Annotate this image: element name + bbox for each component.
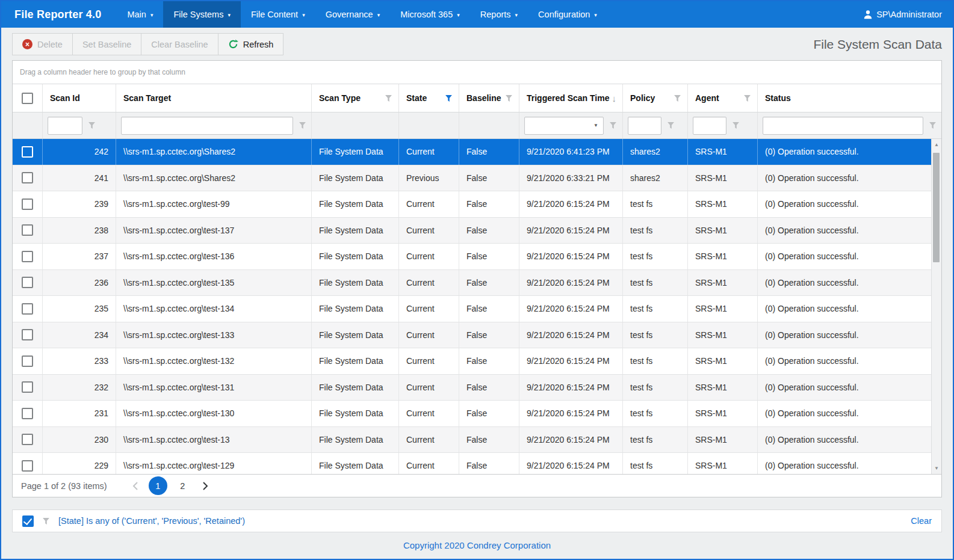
- row-checkbox[interactable]: [22, 460, 33, 472]
- filter-icon[interactable]: [609, 122, 617, 129]
- menu-item-reports[interactable]: Reports▾: [470, 1, 528, 28]
- scrollbar-track[interactable]: [932, 150, 941, 463]
- menu-item-file-systems[interactable]: File Systems▾: [163, 1, 241, 28]
- column-header-scan-target[interactable]: Scan Target: [116, 84, 312, 112]
- cell-state: Current: [399, 348, 459, 374]
- table-row[interactable]: 235 \\srs-m1.sp.cctec.org\test-134 File …: [13, 296, 941, 322]
- scan-data-grid: Drag a column header here to group by th…: [12, 60, 942, 497]
- row-checkbox[interactable]: [22, 408, 33, 419]
- menu-item-file-content[interactable]: File Content▾: [241, 1, 315, 28]
- clear-filter-link[interactable]: Clear: [911, 516, 932, 526]
- column-header-policy[interactable]: Policy: [623, 84, 688, 112]
- row-checkbox[interactable]: [22, 172, 33, 183]
- pager-summary: Page 1 of 2 (93 items): [21, 481, 107, 491]
- cell-scan-id: 239: [43, 191, 116, 217]
- table-row[interactable]: 236 \\srs-m1.sp.cctec.org\test-135 File …: [13, 270, 941, 297]
- cell-status: (0) Operation successful.: [758, 270, 941, 296]
- filter-icon[interactable]: [732, 122, 740, 129]
- pager-page-1[interactable]: 1: [149, 476, 167, 495]
- row-checkbox[interactable]: [22, 277, 33, 288]
- row-checkbox[interactable]: [22, 381, 33, 393]
- menu-item-configuration[interactable]: Configuration▾: [528, 1, 607, 28]
- pager-page-2[interactable]: 2: [173, 476, 192, 495]
- filter-icon[interactable]: [667, 122, 675, 129]
- cell-agent: SRS-M1: [688, 191, 758, 217]
- row-checkbox[interactable]: [22, 224, 33, 236]
- table-row[interactable]: 237 \\srs-m1.sp.cctec.org\test-136 File …: [13, 244, 941, 270]
- row-checkbox[interactable]: [22, 198, 33, 210]
- refresh-icon: [228, 39, 238, 49]
- delete-button[interactable]: × Delete: [12, 33, 73, 55]
- table-row[interactable]: 242 \\srs-m1.sp.cctec.org\Shares2 File S…: [13, 139, 941, 165]
- row-checkbox-cell: [13, 453, 43, 474]
- filter-icon[interactable]: [743, 94, 751, 102]
- refresh-button[interactable]: Refresh: [218, 33, 284, 55]
- column-header-scan-type[interactable]: Scan Type: [312, 84, 399, 112]
- menu-item-microsoft-365[interactable]: Microsoft 365▾: [390, 1, 470, 28]
- table-row[interactable]: 233 \\srs-m1.sp.cctec.org\test-132 File …: [13, 348, 941, 375]
- row-checkbox[interactable]: [22, 329, 33, 340]
- table-row[interactable]: 230 \\srs-m1.sp.cctec.org\test-13 File S…: [13, 427, 941, 454]
- pager-next-button[interactable]: [198, 482, 213, 490]
- filter-enabled-checkbox[interactable]: [22, 515, 34, 527]
- column-header-state[interactable]: State: [399, 84, 459, 112]
- row-checkbox-cell: [13, 427, 43, 453]
- policy-filter-input[interactable]: [628, 117, 661, 135]
- table-row[interactable]: 231 \\srs-m1.sp.cctec.org\test-130 File …: [13, 401, 941, 427]
- select-all-checkbox[interactable]: [22, 93, 33, 104]
- column-header-triggered-scan-time[interactable]: Triggered Scan Time ↓: [519, 84, 623, 112]
- table-row[interactable]: 241 \\srs-m1.sp.cctec.org\Shares2 File S…: [13, 165, 941, 192]
- filter-icon[interactable]: [674, 94, 681, 102]
- table-row[interactable]: 234 \\srs-m1.sp.cctec.org\test-133 File …: [13, 322, 941, 349]
- table-row[interactable]: 229 \\srs-m1.sp.cctec.org\test-129 File …: [13, 453, 941, 474]
- filter-icon[interactable]: [929, 122, 937, 129]
- cell-baseline: False: [459, 427, 519, 453]
- set-baseline-button[interactable]: Set Baseline: [72, 33, 141, 55]
- scroll-up-icon[interactable]: ▲: [934, 139, 939, 150]
- status-filter-input[interactable]: [763, 117, 923, 135]
- row-checkbox-cell: [13, 375, 43, 401]
- cell-policy: test fs: [623, 453, 688, 474]
- filter-icon[interactable]: [505, 94, 513, 102]
- menu-item-governance[interactable]: Governance▾: [315, 1, 391, 28]
- vertical-scrollbar[interactable]: ▲ ▼: [931, 139, 941, 474]
- cell-baseline: False: [459, 348, 519, 374]
- cell-status: (0) Operation successful.: [758, 296, 941, 322]
- cell-status: (0) Operation successful.: [758, 139, 941, 165]
- scan-target-filter-input[interactable]: [121, 117, 293, 135]
- row-checkbox[interactable]: [22, 355, 33, 367]
- filter-cell-scan-type: [312, 112, 399, 138]
- cell-scan-type: File System Data: [312, 453, 399, 474]
- cell-scan-id: 230: [43, 427, 116, 453]
- pager-prev-button[interactable]: [128, 482, 143, 490]
- scrollbar-thumb[interactable]: [933, 153, 940, 262]
- row-checkbox[interactable]: [22, 303, 33, 315]
- table-row[interactable]: 239 \\srs-m1.sp.cctec.org\test-99 File S…: [13, 191, 941, 218]
- scan-id-filter-input[interactable]: [48, 117, 82, 135]
- filter-icon[interactable]: [385, 94, 392, 102]
- cell-scan-id: 229: [43, 453, 116, 474]
- triggered-scan-time-filter-dropdown[interactable]: ▼: [524, 117, 604, 135]
- menu-item-main[interactable]: Main▾: [117, 1, 163, 28]
- user-menu[interactable]: SP\Administrator: [863, 1, 953, 28]
- filter-icon[interactable]: [299, 122, 306, 129]
- active-filter-icon[interactable]: [445, 94, 453, 102]
- row-checkbox[interactable]: [22, 146, 33, 158]
- app-brand[interactable]: File Reporter 4.0: [1, 1, 117, 28]
- table-row[interactable]: 232 \\srs-m1.sp.cctec.org\test-131 File …: [13, 375, 941, 401]
- filter-icon[interactable]: [88, 122, 96, 129]
- agent-filter-input[interactable]: [693, 117, 726, 135]
- scroll-down-icon[interactable]: ▼: [934, 463, 939, 474]
- row-checkbox[interactable]: [22, 251, 33, 262]
- cell-triggered-scan-time: 9/21/2020 6:15:24 PM: [519, 218, 623, 244]
- cell-baseline: False: [459, 453, 519, 474]
- column-header-status[interactable]: Status: [758, 84, 941, 112]
- column-header-agent[interactable]: Agent: [688, 84, 758, 112]
- cell-scan-id: 242: [43, 139, 116, 165]
- clear-baseline-button[interactable]: Clear Baseline: [141, 33, 218, 55]
- cell-status: (0) Operation successful.: [758, 191, 941, 217]
- table-row[interactable]: 238 \\srs-m1.sp.cctec.org\test-137 File …: [13, 218, 941, 244]
- column-header-baseline[interactable]: Baseline: [459, 84, 519, 112]
- row-checkbox[interactable]: [22, 434, 33, 445]
- column-header-scan-id[interactable]: Scan Id: [43, 84, 116, 112]
